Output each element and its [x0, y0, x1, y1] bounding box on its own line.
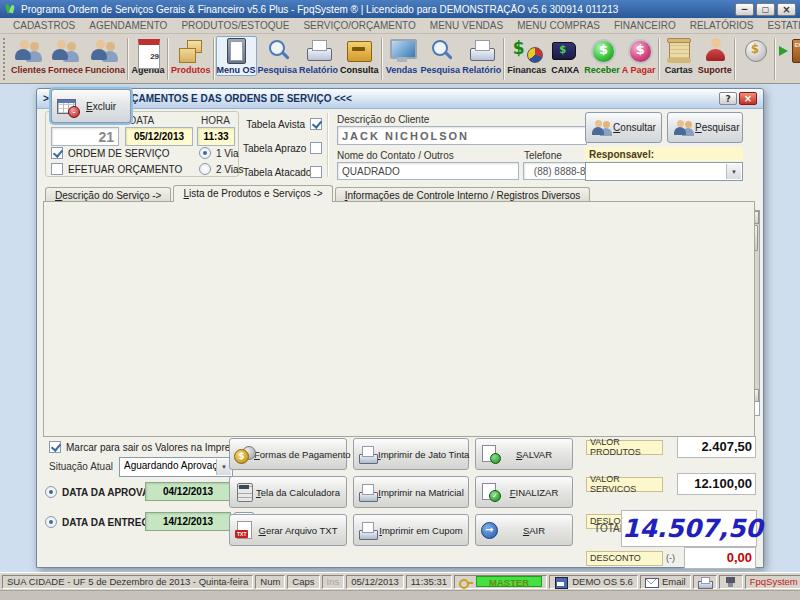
- menu-item[interactable]: SERVIÇO/ORÇAMENTO: [296, 20, 422, 31]
- toolbar-button[interactable]: [777, 36, 800, 66]
- menu-items: CADASTROSAGENDAMENTOPRODUTOS/ESTOQUESERV…: [6, 20, 800, 31]
- status-email[interactable]: Email: [640, 575, 691, 589]
- tab-strip: Descrição do Serviço ->Lista de Produtos…: [45, 183, 592, 202]
- toolbar-button[interactable]: Menu OS: [216, 36, 257, 76]
- toolbar-button[interactable]: A Pagar: [621, 36, 657, 76]
- toolbar-button[interactable]: [774, 38, 776, 80]
- total-row-label: DESCONTO: [586, 551, 663, 566]
- tab[interactable]: Informações de Controle Interno / Regist…: [335, 187, 591, 202]
- tabela-aprazo-checkbox[interactable]: Tabela Aprazo: [243, 142, 322, 154]
- toolbar-button[interactable]: Pesquisa: [420, 36, 462, 76]
- menu-item[interactable]: MENU VENDAS: [423, 20, 510, 31]
- toolbar-button[interactable]: Fornece: [47, 36, 84, 76]
- close-button[interactable]: [777, 3, 796, 16]
- toolbar-button[interactable]: Financas: [506, 36, 547, 76]
- toolbar-icon: [12, 38, 46, 64]
- one-copy-radio[interactable]: 1 Via: [199, 147, 239, 159]
- menu-item[interactable]: MENU COMPRAS: [510, 20, 607, 31]
- toolbar-button[interactable]: Cartas: [661, 36, 697, 76]
- menu-item[interactable]: AGENDAMENTO: [82, 20, 174, 31]
- toolbar-button[interactable]: Agenda: [130, 36, 166, 76]
- toolbar-button[interactable]: Vendas: [384, 36, 420, 76]
- action-button-icon: [358, 521, 378, 539]
- consultar-button[interactable]: Consultar: [585, 112, 662, 143]
- toolbar-button[interactable]: Funciona: [84, 36, 126, 76]
- dialog-titlebar[interactable]: >>> TELA DOS ORÇAMENTOS E DAS ORDENS DE …: [37, 89, 763, 109]
- printer-icon: [698, 576, 712, 588]
- two-copies-radio[interactable]: 2 Vias: [199, 163, 244, 175]
- action-button[interactable]: Tela da Calculadora: [229, 476, 347, 508]
- service-order-checkbox[interactable]: ORDEM DE SERVIÇO: [51, 147, 170, 159]
- status-system: DEMO OS 5.6: [549, 575, 638, 589]
- toolbar-button[interactable]: Relatório: [461, 36, 502, 76]
- action-button[interactable]: SAIR: [475, 514, 573, 546]
- tab[interactable]: Descrição do Serviço ->: [45, 187, 171, 202]
- toolbar-button[interactable]: [127, 38, 129, 80]
- row-action-button[interactable]: Excluir: [51, 89, 131, 123]
- menu-item[interactable]: CADASTROS: [6, 20, 82, 31]
- tabela-avista-checkbox[interactable]: Tabela Avista: [243, 118, 322, 130]
- main-toolbar: Clientes Fornece Funciona Agenda Produto…: [0, 34, 800, 84]
- action-button[interactable]: FINALIZAR: [475, 476, 573, 508]
- print-values-checkbox[interactable]: Marcar para sair os Valores na Impressão: [49, 441, 251, 453]
- radio-icon: [199, 147, 211, 159]
- action-button[interactable]: Imprimir em Cupom: [353, 514, 469, 546]
- pesquisar-button[interactable]: Pesquisar: [667, 112, 743, 143]
- toolbar-icon: [510, 38, 544, 64]
- status-printer[interactable]: [693, 575, 717, 589]
- toolbar-button[interactable]: CAIXA: [547, 36, 583, 76]
- status-connection[interactable]: [719, 575, 743, 589]
- responsavel-label: Responsavel:: [585, 147, 743, 161]
- toolbar-button[interactable]: [503, 38, 505, 80]
- toolbar-label: Financas: [507, 65, 546, 75]
- dropdown-arrow-icon[interactable]: [726, 164, 741, 179]
- situacao-dropdown[interactable]: Aguardando Aprovação: [119, 457, 233, 477]
- menu-item[interactable]: FINANCEIRO: [607, 20, 683, 31]
- toolbar-button[interactable]: [213, 38, 215, 80]
- menu-item[interactable]: ESTATISTICA: [760, 20, 800, 31]
- toolbar-label: Funciona: [85, 65, 125, 75]
- action-button-icon: [234, 521, 254, 539]
- toolbar-button[interactable]: [734, 38, 736, 80]
- dialog-help-button[interactable]: [719, 92, 737, 105]
- toolbar-button[interactable]: Relatório: [298, 36, 339, 76]
- restore-button[interactable]: [756, 3, 775, 16]
- toolbar-button[interactable]: [381, 38, 383, 80]
- client-field[interactable]: JACK NICHOLSON: [337, 126, 587, 145]
- toolbar-label: Menu OS: [217, 65, 256, 75]
- contact-label: Nome do Contato / Outros: [337, 150, 454, 161]
- tab[interactable]: Lista de Produtos e Serviços ->: [173, 185, 332, 202]
- responsavel-dropdown[interactable]: [585, 162, 743, 181]
- contact-field[interactable]: QUADRADO: [337, 162, 519, 180]
- dialog-close-button[interactable]: [739, 92, 757, 105]
- budget-checkbox[interactable]: EFETUAR ORÇAMENTO: [51, 163, 182, 175]
- order-number-field[interactable]: 21: [51, 127, 119, 146]
- total-row: VALOR PRODUTOS 2.407,50: [586, 436, 756, 458]
- toolbar-icon: [622, 38, 656, 64]
- toolbar-button[interactable]: [658, 38, 660, 80]
- toolbar-button[interactable]: [737, 36, 773, 66]
- menu-item[interactable]: RELATÓRIOS: [683, 20, 761, 31]
- menu-item[interactable]: PRODUTOS/ESTOQUE: [174, 20, 296, 31]
- entrega-date-field[interactable]: 14/12/2013: [145, 512, 231, 531]
- toolbar-button[interactable]: Pesquisa: [257, 36, 299, 76]
- date-field[interactable]: 05/12/2013: [125, 127, 193, 146]
- toolbar-button[interactable]: Produtos: [170, 36, 212, 76]
- toolbar-button[interactable]: [167, 38, 169, 80]
- action-button[interactable]: SALVAR: [475, 438, 573, 470]
- aprovacao-date-field[interactable]: 04/12/2013: [145, 482, 231, 501]
- toolbar-button[interactable]: Consulta: [339, 36, 380, 76]
- toolbar-button[interactable]: Suporte: [697, 36, 733, 76]
- toolbar-label: Fornece: [48, 65, 83, 75]
- action-button[interactable]: Formas de Pagamento: [229, 438, 347, 470]
- entrega-radio[interactable]: DATA DA ENTREGA: [45, 516, 156, 528]
- time-field[interactable]: 11:33: [197, 127, 235, 146]
- minimize-button[interactable]: [735, 3, 754, 16]
- total-row-label: VALOR SERVICOS: [586, 477, 663, 492]
- tabela-atacado-checkbox[interactable]: Tabela Atacado: [243, 166, 322, 178]
- toolbar-button[interactable]: Receber: [583, 36, 621, 76]
- action-button[interactable]: Imprimir na Matricial: [353, 476, 469, 508]
- action-button[interactable]: Imprimir de Jato Tinta: [353, 438, 469, 470]
- toolbar-button[interactable]: Clientes: [10, 36, 47, 76]
- action-button[interactable]: Gerar Arquivo TXT: [229, 514, 347, 546]
